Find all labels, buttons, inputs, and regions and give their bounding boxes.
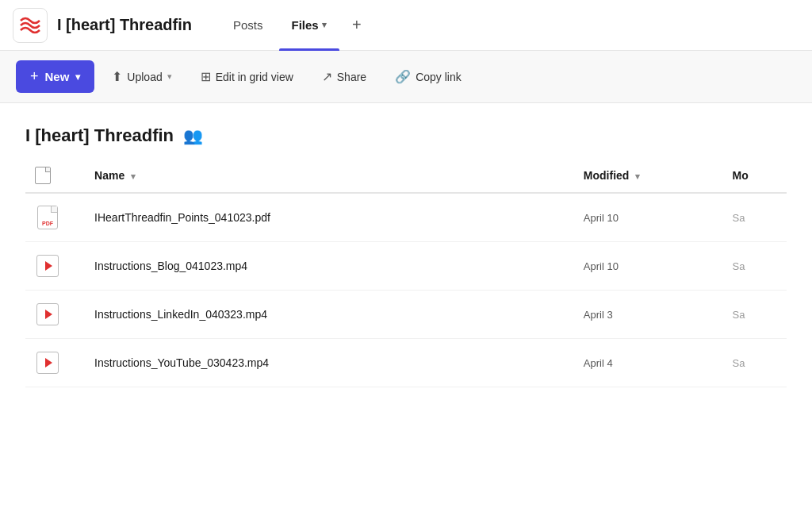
app-logo [13, 8, 48, 43]
table-row[interactable]: Instructions_YouTube_030423.mp4April 4Sa [25, 339, 787, 387]
name-sort-icon: ▾ [131, 171, 136, 181]
top-nav: I [heart] Threadfin Posts Files ▾ + [0, 0, 812, 51]
logo-icon [16, 11, 44, 40]
file-mod2-text: Sa [733, 357, 745, 369]
tab-files[interactable]: Files ▾ [279, 0, 339, 51]
nav-tabs: Posts Files ▾ + [220, 0, 371, 51]
video-file-icon [36, 303, 59, 325]
logo-area: I [heart] Threadfin [13, 8, 192, 43]
file-mod2-cell: Sa [723, 339, 787, 387]
col-header-icon [25, 159, 85, 193]
tab-posts[interactable]: Posts [220, 0, 276, 51]
table-row[interactable]: Instructions_LinkedIn_040323.mp4April 3S… [25, 291, 787, 339]
file-mod2-text: Sa [733, 260, 745, 272]
file-table-wrapper: Name ▾ Modified ▾ Mo IHeartThreadfin_Poi… [0, 159, 812, 387]
add-tab-button[interactable]: + [343, 11, 371, 40]
file-name: Instructions_Blog_041023.mp4 [94, 260, 247, 272]
file-mod2-cell: Sa [723, 242, 787, 291]
logo-svg [17, 13, 43, 38]
upload-icon: ⬆ [112, 69, 122, 84]
app-title: I [heart] Threadfin [57, 16, 192, 34]
table-row[interactable]: Instructions_Blog_041023.mp4April 10Sa [25, 242, 787, 291]
col-header-modified[interactable]: Modified ▾ [574, 159, 723, 193]
file-modified-date: April 10 [584, 260, 619, 272]
video-icon [35, 302, 60, 327]
grid-icon: ⊞ [201, 69, 211, 84]
file-name-cell[interactable]: Instructions_YouTube_030423.mp4 [85, 339, 574, 387]
upload-button[interactable]: ⬆ Upload ▾ [101, 63, 182, 90]
file-mod2-cell: Sa [723, 193, 787, 242]
pdf-file-icon [36, 205, 59, 230]
file-name: IHeartThreadfin_Points_041023.pdf [94, 211, 270, 224]
video-icon [35, 253, 60, 279]
file-icon-cell [25, 291, 85, 339]
file-modified-cell: April 3 [574, 291, 723, 339]
people-icon[interactable]: 👥 [183, 126, 203, 145]
file-name-cell[interactable]: Instructions_Blog_041023.mp4 [85, 242, 574, 291]
video-file-icon [36, 255, 59, 277]
file-icon-cell [25, 242, 85, 291]
file-mod2-text: Sa [733, 309, 745, 321]
table-row[interactable]: IHeartThreadfin_Points_041023.pdfApril 1… [25, 193, 787, 242]
page-header: I [heart] Threadfin 👥 [0, 103, 812, 159]
share-button[interactable]: ↗ Share [311, 63, 377, 90]
file-icon-cell [25, 339, 85, 387]
video-file-icon [36, 352, 59, 374]
grid-view-button[interactable]: ⊞ Edit in grid view [190, 63, 304, 90]
file-modified-cell: April 10 [574, 193, 723, 242]
file-mod2-cell: Sa [723, 291, 787, 339]
file-modified-cell: April 4 [574, 339, 723, 387]
col-header-mod2: Mo [723, 159, 787, 193]
file-table: Name ▾ Modified ▾ Mo IHeartThreadfin_Poi… [25, 159, 787, 387]
upload-chevron-icon: ▾ [167, 71, 172, 82]
new-button[interactable]: + New ▾ [16, 60, 94, 93]
file-modified-date: April 10 [584, 212, 619, 224]
file-name-cell[interactable]: IHeartThreadfin_Points_041023.pdf [85, 193, 574, 242]
file-name-cell[interactable]: Instructions_LinkedIn_040323.mp4 [85, 291, 574, 339]
file-name: Instructions_YouTube_030423.mp4 [94, 356, 269, 369]
toolbar: + New ▾ ⬆ Upload ▾ ⊞ Edit in grid view ↗… [0, 51, 812, 103]
video-icon [35, 350, 60, 375]
files-chevron-icon: ▾ [322, 20, 327, 30]
modified-sort-icon: ▾ [635, 171, 640, 181]
file-modified-date: April 4 [584, 357, 613, 369]
file-modified-cell: April 10 [574, 242, 723, 291]
new-chevron-icon: ▾ [75, 71, 80, 83]
file-header-icon [35, 167, 51, 184]
page-title: I [heart] Threadfin [25, 125, 174, 146]
file-mod2-text: Sa [733, 212, 745, 224]
file-icon-cell [25, 193, 85, 242]
new-plus-icon: + [30, 68, 39, 85]
share-icon: ↗ [322, 69, 332, 84]
file-modified-date: April 3 [584, 309, 613, 321]
link-icon: 🔗 [395, 69, 411, 84]
copy-link-button[interactable]: 🔗 Copy link [384, 63, 473, 90]
file-name: Instructions_LinkedIn_040323.mp4 [94, 308, 267, 321]
pdf-icon [35, 205, 60, 230]
table-header-row: Name ▾ Modified ▾ Mo [25, 159, 787, 193]
col-header-name[interactable]: Name ▾ [85, 159, 574, 193]
